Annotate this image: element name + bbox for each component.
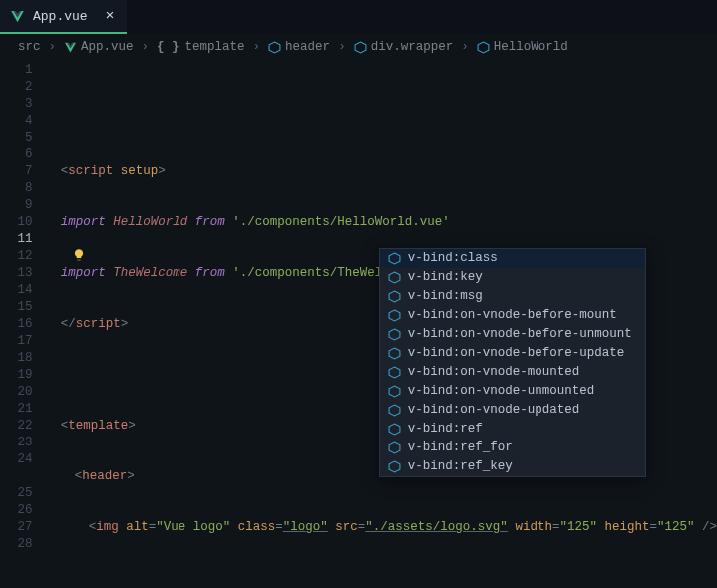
- line-number: 27: [0, 519, 33, 536]
- suggest-label: v-bind:ref: [408, 421, 483, 438]
- breadcrumb-src[interactable]: src: [18, 40, 41, 54]
- line-number: 24: [0, 451, 33, 468]
- svg-marker-3: [389, 253, 400, 264]
- tab-filename: App.vue: [33, 9, 88, 24]
- vue-icon: [10, 9, 25, 24]
- tab-bar: App.vue ×: [0, 0, 717, 34]
- svg-marker-8: [389, 348, 400, 359]
- breadcrumb: src › App.vue › { }template › header › d…: [0, 34, 717, 60]
- line-number: 5: [0, 130, 33, 147]
- line-number: 15: [0, 299, 33, 316]
- close-icon[interactable]: ×: [106, 8, 115, 25]
- code-content[interactable]: <script setup> import HelloWorld from '.…: [47, 60, 717, 586]
- code-editor[interactable]: 1234567891011121314151617181920212223242…: [0, 60, 717, 586]
- suggest-item[interactable]: v-bind:on-vnode-before-unmount: [380, 325, 645, 344]
- svg-marker-9: [389, 367, 400, 378]
- suggest-label: v-bind:on-vnode-mounted: [408, 364, 580, 381]
- line-number: 17: [0, 333, 33, 350]
- suggest-item[interactable]: v-bind:class: [380, 249, 645, 268]
- breadcrumb-div[interactable]: div.wrapper: [354, 40, 454, 54]
- suggest-item[interactable]: v-bind:on-vnode-mounted: [380, 363, 645, 382]
- svg-marker-1: [355, 42, 366, 53]
- suggest-label: v-bind:ref_key: [408, 458, 513, 475]
- suggest-item[interactable]: v-bind:ref: [380, 420, 645, 439]
- svg-marker-7: [389, 329, 400, 340]
- kind-icon: [388, 309, 401, 322]
- suggest-label: v-bind:class: [408, 250, 498, 267]
- chevron-right-icon: ›: [461, 40, 469, 54]
- kind-icon: [388, 441, 401, 454]
- suggest-item[interactable]: v-bind:ref_for: [380, 439, 645, 457]
- kind-icon: [388, 366, 401, 379]
- kind-icon: [388, 328, 401, 341]
- kind-icon: [388, 271, 401, 284]
- line-number: 3: [0, 96, 33, 113]
- suggest-item[interactable]: v-bind:on-vnode-before-update: [380, 344, 645, 363]
- suggest-item[interactable]: v-bind:key: [380, 268, 645, 287]
- svg-marker-12: [389, 424, 400, 435]
- suggest-item[interactable]: v-bind:msg: [380, 287, 645, 306]
- line-number: 18: [0, 350, 33, 367]
- suggest-item[interactable]: v-bind:ref_key: [380, 457, 645, 476]
- lightbulb-icon[interactable]: [27, 231, 86, 285]
- svg-marker-6: [389, 310, 400, 321]
- line-number: 1: [0, 62, 33, 79]
- suggest-label: v-bind:on-vnode-before-mount: [408, 307, 617, 324]
- suggest-label: v-bind:msg: [408, 288, 483, 305]
- suggest-item[interactable]: v-bind:on-vnode-unmounted: [380, 382, 645, 401]
- intellisense-popup[interactable]: v-bind:classv-bind:keyv-bind:msgv-bind:o…: [379, 248, 646, 477]
- line-number: 25: [0, 485, 33, 502]
- line-number: 8: [0, 180, 33, 197]
- tab-app-vue[interactable]: App.vue ×: [0, 0, 127, 34]
- line-number: 20: [0, 384, 33, 401]
- kind-icon: [388, 404, 401, 417]
- line-number: 6: [0, 147, 33, 163]
- line-number: 10: [0, 214, 33, 231]
- line-number: 9: [0, 197, 33, 214]
- line-number: 23: [0, 435, 33, 451]
- svg-marker-13: [389, 442, 400, 453]
- line-number: 22: [0, 418, 33, 435]
- kind-icon: [388, 252, 401, 265]
- breadcrumb-template[interactable]: { }template: [157, 40, 245, 54]
- line-number: 2: [0, 79, 33, 96]
- chevron-right-icon: ›: [49, 40, 57, 54]
- svg-marker-10: [389, 386, 400, 397]
- line-number: 26: [0, 502, 33, 519]
- line-number: 21: [0, 401, 33, 418]
- svg-marker-2: [478, 42, 489, 53]
- svg-marker-5: [389, 291, 400, 302]
- svg-marker-0: [269, 42, 280, 53]
- suggest-label: v-bind:ref_for: [408, 440, 513, 456]
- kind-icon: [388, 385, 401, 398]
- line-number: 19: [0, 367, 33, 384]
- suggest-item[interactable]: v-bind:on-vnode-updated: [380, 401, 645, 420]
- suggest-label: v-bind:on-vnode-before-update: [408, 345, 625, 362]
- line-number: 16: [0, 316, 33, 333]
- chevron-right-icon: ›: [338, 40, 346, 54]
- breadcrumb-hello[interactable]: HelloWorld: [477, 40, 568, 54]
- line-numbers: 1234567891011121314151617181920212223242…: [0, 60, 47, 586]
- line-number: 28: [0, 536, 33, 553]
- suggest-label: v-bind:key: [408, 269, 483, 286]
- suggest-label: v-bind:on-vnode-updated: [408, 402, 580, 419]
- suggest-label: v-bind:on-vnode-before-unmount: [408, 326, 632, 343]
- line-number: 7: [0, 163, 33, 180]
- breadcrumb-header[interactable]: header: [268, 40, 330, 54]
- chevron-right-icon: ›: [253, 40, 261, 54]
- breadcrumb-file[interactable]: App.vue: [64, 40, 134, 54]
- kind-icon: [388, 290, 401, 303]
- chevron-right-icon: ›: [142, 40, 150, 54]
- suggest-item[interactable]: v-bind:on-vnode-before-mount: [380, 306, 645, 325]
- kind-icon: [388, 460, 401, 473]
- svg-marker-4: [389, 272, 400, 283]
- svg-marker-14: [389, 461, 400, 472]
- line-number: 4: [0, 113, 33, 130]
- line-number: [0, 468, 33, 485]
- svg-marker-11: [389, 405, 400, 416]
- suggest-label: v-bind:on-vnode-unmounted: [408, 383, 595, 400]
- kind-icon: [388, 423, 401, 436]
- kind-icon: [388, 347, 401, 360]
